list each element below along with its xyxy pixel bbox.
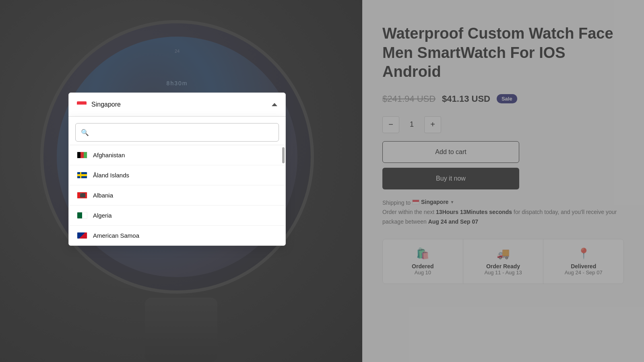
chevron-up-icon: [272, 103, 277, 106]
flag-afghanistan: [77, 152, 87, 158]
eagle-symbol: ⬛: [80, 193, 85, 197]
country-select-left: Singapore: [77, 101, 121, 108]
country-item-albania[interactable]: ⬛ Albania: [69, 185, 285, 206]
country-name-albania: Albania: [93, 192, 113, 199]
scrollbar-indicator: [282, 147, 285, 163]
country-name-algeria: Algeria: [93, 212, 112, 219]
flag-algeria: [77, 212, 87, 219]
selected-country-label: Singapore: [91, 101, 121, 108]
country-dropdown-overlay: Singapore 🔍 Afghanistan: [68, 0, 286, 246]
dropdown-panel: 🔍 Afghanistan Åland Islands: [68, 117, 286, 246]
singapore-flag: [77, 101, 87, 108]
flag-sg-top: [77, 101, 87, 105]
flag-albania: ⬛: [77, 192, 87, 199]
country-list: Afghanistan Åland Islands ⬛ Albania Alge…: [69, 145, 285, 245]
search-box-wrapper: 🔍: [69, 117, 285, 145]
country-item-american-samoa[interactable]: American Samoa: [69, 226, 285, 245]
country-select-button[interactable]: Singapore: [68, 93, 286, 117]
flag-aland: [77, 172, 87, 179]
country-name-aland: Åland Islands: [93, 172, 129, 179]
flag-sg-bottom: [77, 105, 87, 108]
country-name-afghanistan: Afghanistan: [93, 152, 125, 158]
country-item-algeria[interactable]: Algeria: [69, 206, 285, 226]
country-name-american-samoa: American Samoa: [93, 232, 139, 239]
country-item-afghanistan[interactable]: Afghanistan: [69, 145, 285, 165]
flag-af-red: [80, 152, 84, 158]
country-search-input[interactable]: [75, 123, 279, 142]
search-icon: 🔍: [81, 129, 89, 136]
search-box-container: 🔍: [75, 123, 279, 142]
country-item-aland[interactable]: Åland Islands: [69, 165, 285, 185]
flag-american-samoa: [77, 232, 87, 239]
